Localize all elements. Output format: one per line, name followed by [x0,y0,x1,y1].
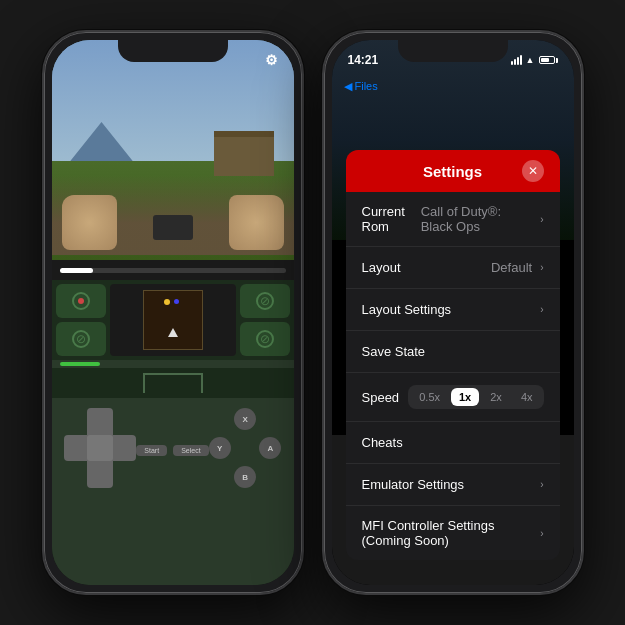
emulator-settings-label: Emulator Settings [362,477,465,492]
start-button[interactable]: Start [136,445,167,456]
layout-label: Layout [362,260,401,275]
game-area [52,40,294,260]
p2-nav-bar: ◀ Files [332,72,574,100]
settings-row-emulator[interactable]: Emulator Settings › [346,464,560,506]
mfi-label: MFI Controller Settings (Coming Soon) [362,518,537,548]
ctrl-side-btn-2[interactable]: ⊘ [56,322,106,356]
wifi-icon: ▲ [526,55,535,65]
small-buttons: Start Select [136,441,208,456]
speed-1x[interactable]: 1x [451,388,479,406]
phone-1-gear-icon[interactable]: ⚙ [265,52,278,68]
settings-row-cheats[interactable]: Cheats [346,422,560,464]
dpad[interactable] [64,408,137,488]
emulator-settings-chevron: › [540,479,543,490]
back-chevron: ◀ [344,80,352,93]
p2-status-bar: 14:21 ▲ [332,40,574,72]
face-buttons: X Y A B [209,408,282,488]
ctrl-top-bar [52,260,294,280]
layout-chevron: › [540,262,543,273]
hand-left [62,195,117,250]
battery-icon [539,56,558,64]
hand-right [229,195,284,250]
select-button[interactable]: Select [173,445,208,456]
back-button[interactable]: ◀ Files [344,80,378,93]
phone-2: 14:21 ▲ [322,30,584,595]
back-label: Files [355,80,378,92]
game-hands [52,175,294,255]
game-background [52,40,294,260]
settings-row-current-rom[interactable]: Current Rom Call of Duty®: Black Ops › [346,192,560,247]
mini-display [110,284,236,356]
settings-row-layout-settings[interactable]: Layout Settings › [346,289,560,331]
a-button[interactable]: A [259,437,281,459]
settings-row-mfi[interactable]: MFI Controller Settings (Coming Soon) › [346,506,560,560]
y-button[interactable]: Y [209,437,231,459]
speed-0.5x[interactable]: 0.5x [411,388,448,406]
layout-settings-label: Layout Settings [362,302,452,317]
settings-row-layout[interactable]: Layout Default › [346,247,560,289]
phone-1: ⚙ [42,30,304,595]
save-state-label: Save State [362,344,426,359]
layout-value: Default › [491,260,544,275]
settings-title: Settings [423,163,482,180]
phone-2-inner: 14:21 ▲ [332,40,574,585]
phone-1-screen: L R [52,40,294,585]
settings-row-save-state[interactable]: Save State [346,331,560,373]
ctrl-side-btn-4[interactable]: ⊘ [240,322,290,356]
x-button[interactable]: X [234,408,256,430]
speed-4x[interactable]: 4x [513,388,541,406]
current-rom-chevron: › [540,214,543,225]
ctrl-side-btn-1[interactable] [56,284,106,318]
b-button[interactable]: B [234,466,256,488]
cheats-label: Cheats [362,435,403,450]
phone-1-inner: ⚙ [52,40,294,585]
phones-container: ⚙ [42,30,584,595]
current-rom-label: Current Rom [362,204,421,234]
signal-bars [511,55,522,65]
dpad-center [87,435,113,461]
settings-close-button[interactable]: ✕ [522,160,544,182]
ctrl-middle: ⊘ ⊘ [52,280,294,360]
game-structure [214,131,274,176]
settings-header: Settings ✕ [346,150,560,192]
speed-label: Speed [362,390,400,405]
settings-row-speed: Speed 0.5x 1x 2x 4x [346,373,560,422]
progress-bar [60,268,286,273]
current-rom-value: Call of Duty®: Black Ops › [421,204,544,234]
settings-modal: Settings ✕ Current Rom Call of Duty®: Bl… [346,150,560,560]
progress-fill [60,268,94,273]
p2-time: 14:21 [348,53,379,67]
phone-1-notch [118,40,228,62]
layout-settings-chevron: › [540,304,543,315]
controller-area: ⊘ ⊘ [52,260,294,585]
speed-2x[interactable]: 2x [482,388,510,406]
mfi-chevron: › [540,528,543,539]
weapon [153,215,193,240]
speed-buttons: 0.5x 1x 2x 4x [408,385,543,409]
ctrl-side-btn-3[interactable]: ⊘ [240,284,290,318]
